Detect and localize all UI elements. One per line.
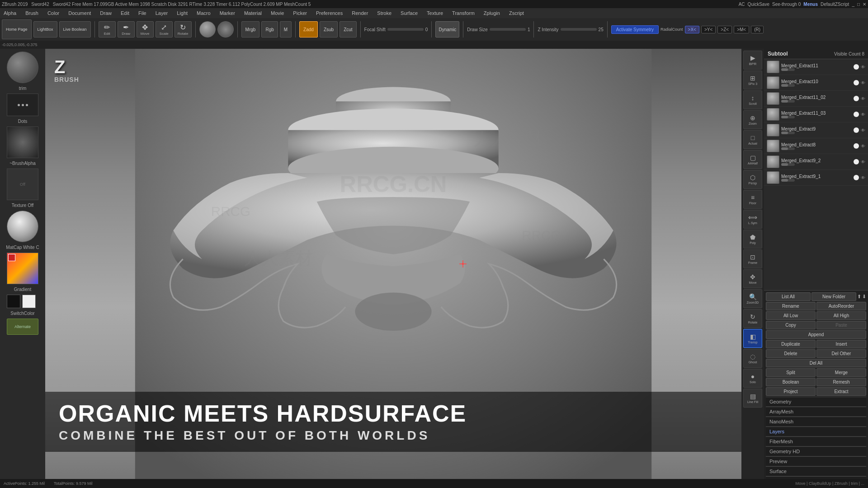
ac-button[interactable]: AC xyxy=(739,2,745,7)
lsym-button[interactable]: ⟺ L.Sym xyxy=(743,210,762,229)
append-button[interactable]: Append xyxy=(766,330,866,339)
script-button[interactable]: DefaultZScript xyxy=(821,2,849,7)
all-high-button[interactable]: All High xyxy=(816,311,866,320)
actual-button[interactable]: □ Actual xyxy=(743,130,762,149)
eye-icon[interactable]: 👁 xyxy=(861,128,865,133)
persp-button[interactable]: ⬡ Persp xyxy=(743,170,762,189)
menu-edit[interactable]: Edit xyxy=(119,9,131,17)
remesh-button[interactable]: Remesh xyxy=(816,378,866,386)
background-swatch[interactable] xyxy=(22,295,36,308)
rotate-3d-button[interactable]: ↻ Rotate xyxy=(743,309,762,328)
move-button[interactable]: ✥ Move xyxy=(137,21,154,38)
subtool-slider[interactable] xyxy=(781,163,795,166)
foreground-swatch[interactable] xyxy=(7,295,20,308)
m-axis-button[interactable]: >M< xyxy=(734,26,749,33)
visibility-toggle[interactable] xyxy=(854,159,859,164)
menu-surface[interactable]: Surface xyxy=(399,9,420,17)
visibility-toggle[interactable] xyxy=(854,96,859,101)
close-button[interactable]: ✕ xyxy=(863,2,866,7)
extract-button[interactable]: Extract xyxy=(816,387,866,396)
alternate-button[interactable]: Alternate xyxy=(7,319,38,335)
subtool-item-merged10[interactable]: Merged_Extract10 👁 xyxy=(764,75,868,91)
subtool-item-merged11[interactable]: Merged_Extract11 👁 xyxy=(764,59,868,75)
visibility-toggle[interactable] xyxy=(854,64,859,70)
color-gradient[interactable] xyxy=(7,253,38,284)
seethrough-button[interactable]: See-through 0 xyxy=(772,2,801,7)
menu-preferences[interactable]: Preferences xyxy=(314,9,344,17)
menu-marker[interactable]: Marker xyxy=(218,9,237,17)
copy-button[interactable]: Copy xyxy=(766,321,816,329)
live-boolean-button[interactable]: Live Boolean xyxy=(59,21,91,38)
rotate-button[interactable]: ↻ Rotate xyxy=(175,21,192,38)
subtool-slider[interactable] xyxy=(781,100,795,103)
eye-icon[interactable]: 👁 xyxy=(861,112,865,117)
z-intensity-slider[interactable] xyxy=(561,28,597,31)
visibility-toggle[interactable] xyxy=(854,127,859,133)
eye-icon[interactable]: 👁 xyxy=(861,175,865,180)
project-button[interactable]: Project xyxy=(766,387,816,396)
menu-transform[interactable]: Transform xyxy=(450,9,476,17)
ghost-button[interactable]: ◌ Ghost xyxy=(743,349,762,368)
aahalf-button[interactable]: ▢ AAHalf xyxy=(743,150,762,169)
m-button[interactable]: M xyxy=(280,21,292,38)
menu-file[interactable]: File xyxy=(137,9,148,17)
subtool-list[interactable]: Merged_Extract11 👁 Merged_Extract10 👁 Me… xyxy=(764,59,868,290)
subtool-slider[interactable] xyxy=(781,131,795,134)
matcap-preview[interactable] xyxy=(7,211,38,242)
menu-material[interactable]: Material xyxy=(242,9,264,17)
menu-macro[interactable]: Macro xyxy=(195,9,212,17)
y-axis-button[interactable]: >Y< xyxy=(701,26,716,33)
subtool-slider[interactable] xyxy=(781,68,795,71)
nanomesh-section[interactable]: NanoMesh xyxy=(766,417,866,427)
insert-button[interactable]: Insert xyxy=(816,340,866,348)
home-page-button[interactable]: Home Page xyxy=(2,19,32,39)
zcut-button[interactable]: Zcut xyxy=(340,21,356,38)
menu-zscript[interactable]: Zscript xyxy=(507,9,526,17)
arraymesh-section[interactable]: ArrayMesh xyxy=(766,407,866,417)
focal-shift-slider[interactable] xyxy=(387,28,424,31)
menu-texture[interactable]: Texture xyxy=(425,9,445,17)
folder-up-icon[interactable]: ⬆ xyxy=(857,294,861,300)
menu-picker[interactable]: Picker xyxy=(291,9,309,17)
menu-movie[interactable]: Movie xyxy=(269,9,286,17)
boolean-button[interactable]: Boolean xyxy=(766,378,816,386)
menu-layer[interactable]: Layer xyxy=(154,9,170,17)
linefill-button[interactable]: ▤ Line Fill xyxy=(743,389,762,408)
merge-button[interactable]: Merge xyxy=(816,368,866,377)
subtool-item-merged9[interactable]: Merged_Extract9 👁 xyxy=(764,122,868,138)
lightbox-button[interactable]: LightBox xyxy=(33,21,57,38)
subtool-slider[interactable] xyxy=(781,179,795,182)
geometry-section[interactable]: Geometry xyxy=(766,397,866,407)
x-axis-button[interactable]: >X< xyxy=(685,26,699,33)
del-all-button[interactable]: Del All xyxy=(766,359,866,367)
del-other-button[interactable]: Del Other xyxy=(816,349,866,358)
layers-section[interactable]: Layers xyxy=(766,427,866,436)
brush-alpha-preview[interactable] xyxy=(7,127,38,158)
minimize-button[interactable]: _ xyxy=(852,2,854,7)
paste-button[interactable]: Paste xyxy=(816,321,866,329)
rename-button[interactable]: Rename xyxy=(766,302,816,310)
eye-icon[interactable]: 👁 xyxy=(861,96,865,101)
eye-icon[interactable]: 👁 xyxy=(861,144,865,149)
list-all-button[interactable]: List All xyxy=(766,292,811,301)
scroll-button[interactable]: ↕ Scroll xyxy=(743,90,762,109)
floor-button[interactable]: ≡ Floor xyxy=(743,190,762,209)
preview-section[interactable]: Preview xyxy=(766,456,866,466)
dynamic-button[interactable]: Dynamic xyxy=(435,21,459,38)
sphere-preview[interactable] xyxy=(199,21,216,38)
geometryhd-section[interactable]: Geometry HD xyxy=(766,446,866,456)
solo-button[interactable]: ● Solo xyxy=(743,369,762,388)
eye-icon[interactable]: 👁 xyxy=(861,80,865,85)
fibermesh-section[interactable]: FiberMesh xyxy=(766,436,866,446)
canvas-area[interactable]: RRCG.CN 人人素材 人人素材 RRCG RRCG Z BRUSH ORGA… xyxy=(45,49,741,479)
all-low-button[interactable]: All Low xyxy=(766,311,816,320)
menu-draw[interactable]: Draw xyxy=(98,9,113,17)
delete-button[interactable]: Delete xyxy=(766,349,816,358)
z-axis-button[interactable]: >Z< xyxy=(717,26,732,33)
flat-preview[interactable] xyxy=(217,21,234,38)
dots-preview[interactable] xyxy=(7,94,38,116)
split-button[interactable]: Split xyxy=(766,368,816,377)
menu-render[interactable]: Render xyxy=(350,9,370,17)
visibility-toggle[interactable] xyxy=(854,112,859,117)
frame-button[interactable]: ⊡ Frame xyxy=(743,249,762,268)
